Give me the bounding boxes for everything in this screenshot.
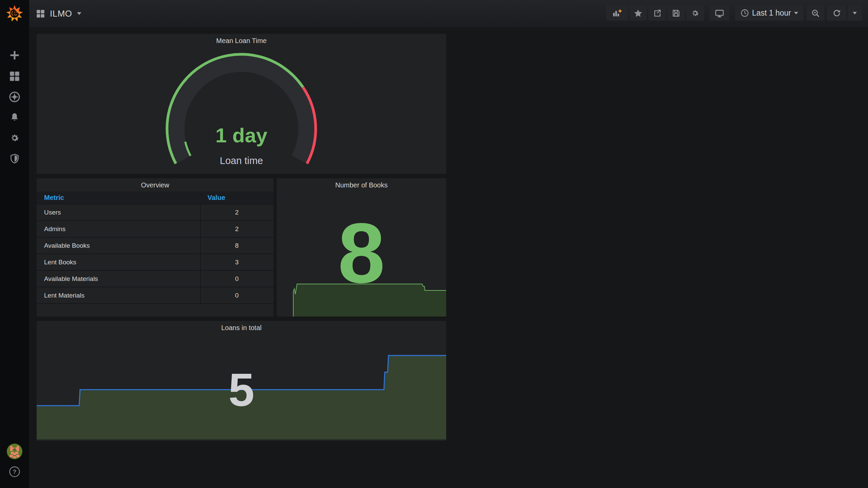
explore-compass-icon[interactable] [9,92,20,102]
cell-value: 0 [200,275,274,283]
loan-time-gauge [37,34,446,174]
page-title[interactable]: ILMO [50,8,72,19]
star-button[interactable] [629,5,647,21]
cell-metric: Available Books [44,242,90,249]
alerting-bell-icon[interactable] [9,112,20,122]
zoom-out-button[interactable] [807,5,824,21]
table-row: Admins 2 [37,221,274,238]
dashboard-title-group[interactable]: ILMO [36,0,81,27]
plus-glyph [618,9,622,12]
table-row: Users 2 [37,204,274,221]
gauge-value: 1 day [37,124,446,147]
stat-value: 5 [229,366,255,413]
navbar: ILMO [29,0,868,27]
cell-value: 2 [200,209,274,216]
panel-loans-in-total: Loans in total 5 [37,321,446,441]
server-admin-shield-icon[interactable] [9,154,20,164]
panel-title[interactable]: Loans in total [37,324,446,332]
cell-value: 0 [200,292,274,299]
help-icon[interactable]: ? [9,466,20,477]
table-column-divider [200,204,201,304]
refresh-button[interactable] [827,5,847,21]
table-row: Available Materials 0 [37,271,274,287]
create-icon[interactable] [9,50,20,60]
cycle-view-mode-button[interactable] [710,5,729,21]
configuration-gear-icon[interactable] [9,133,20,143]
table-header-row: Metric Value [37,191,274,204]
cell-value: 2 [200,225,274,233]
sidebar: ? [0,0,29,488]
cell-metric: Admins [44,225,65,233]
cell-metric: Lent Materials [44,292,84,299]
dashboards-icon[interactable] [9,71,20,81]
stat-value: 8 [338,211,385,296]
cell-value: 3 [200,259,274,266]
panel-number-of-books: Number of Books 8 [277,178,446,317]
user-avatar[interactable] [7,444,22,459]
time-range-label: Last 1 hour [752,8,791,18]
column-header-metric[interactable]: Metric [44,194,64,202]
share-button[interactable] [648,5,666,21]
refresh-interval-caret-button[interactable] [847,5,862,21]
time-caret-down-icon [794,12,798,15]
cell-value: 8 [200,242,274,249]
help-question-mark: ? [13,469,16,475]
cell-metric: Lent Books [44,259,76,266]
table-row: Lent Books 3 [37,254,274,271]
panel-overview: Overview Metric Value Users 2 Admins 2 A… [37,178,274,317]
panel-title[interactable]: Overview [37,181,274,189]
save-button[interactable] [667,5,685,21]
time-picker-button[interactable]: Last 1 hour [735,5,804,21]
grafana-logo[interactable] [6,5,23,22]
dashboard-settings-button[interactable] [686,5,704,21]
panel-title[interactable]: Number of Books [277,181,446,189]
cell-metric: Available Materials [44,275,98,283]
clock-icon [741,9,749,17]
dashboard-grid-icon [36,9,45,18]
table-row: Lent Materials 0 [37,287,274,304]
title-caret-down-icon [77,12,81,15]
toolbar: Last 1 hour [606,5,862,21]
column-header-value[interactable]: Value [208,194,225,202]
cell-metric: Users [44,209,61,216]
add-panel-button[interactable] [606,5,628,21]
table-row: Available Books 8 [37,238,274,254]
panel-mean-loan-time: Mean Loan Time 1 day Loan time [37,34,446,174]
refresh-button-group [827,5,862,21]
gauge-label: Loan time [37,155,446,166]
